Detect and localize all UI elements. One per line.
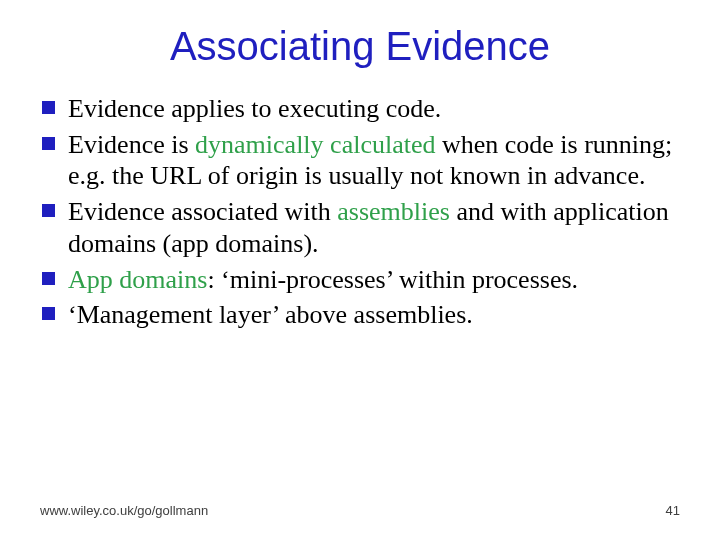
bullet-text-pre: Evidence associated with: [68, 197, 337, 226]
bullet-key: App domains: [68, 265, 207, 294]
bullet-list: Evidence applies to executing code. Evid…: [40, 93, 680, 331]
bullet-text-post: : ‘mini-processes’ within processes.: [207, 265, 578, 294]
bullet-item: Evidence associated with assemblies and …: [40, 196, 680, 259]
slide-body: Evidence applies to executing code. Evid…: [0, 81, 720, 331]
bullet-item: Evidence applies to executing code.: [40, 93, 680, 125]
bullet-text-pre: Evidence applies to executing code.: [68, 94, 441, 123]
footer-page-number: 41: [666, 503, 680, 518]
bullet-text-pre: ‘Management layer’ above assemblies.: [68, 300, 473, 329]
bullet-item: ‘Management layer’ above assemblies.: [40, 299, 680, 331]
footer-url: www.wiley.co.uk/go/gollmann: [40, 503, 208, 518]
bullet-item: Evidence is dynamically calculated when …: [40, 129, 680, 192]
slide-title: Associating Evidence: [0, 0, 720, 81]
slide-footer: www.wiley.co.uk/go/gollmann 41: [40, 503, 680, 518]
bullet-key: assemblies: [337, 197, 450, 226]
bullet-text-pre: Evidence is: [68, 130, 195, 159]
bullet-key: dynamically calculated: [195, 130, 435, 159]
bullet-item: App domains: ‘mini-processes’ within pro…: [40, 264, 680, 296]
